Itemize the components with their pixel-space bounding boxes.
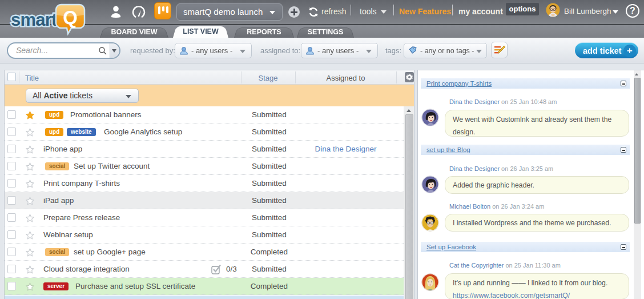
svg-text:smart: smart bbox=[11, 10, 57, 30]
svg-text:Q: Q bbox=[63, 7, 78, 28]
